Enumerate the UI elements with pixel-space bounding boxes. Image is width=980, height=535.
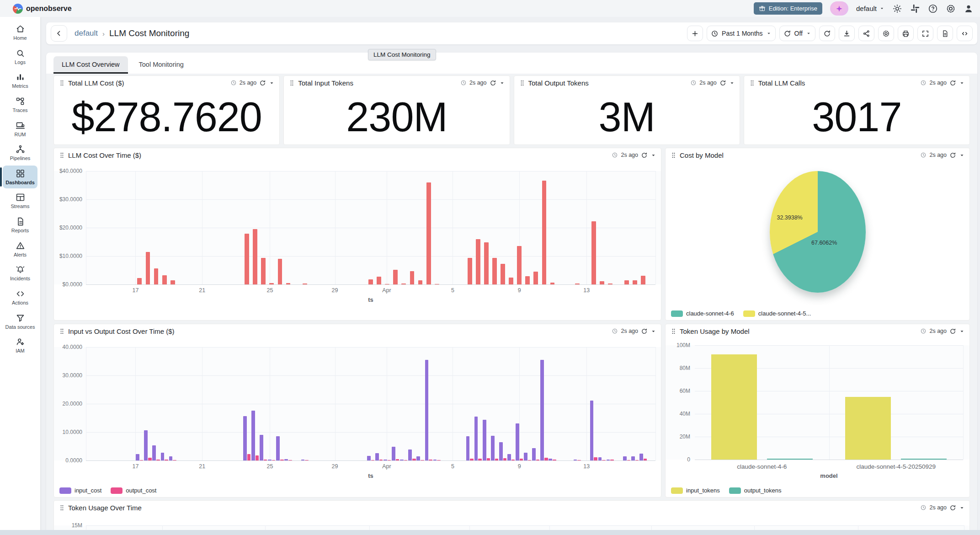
clock-icon	[612, 328, 618, 334]
settings-icon[interactable]	[946, 4, 956, 14]
drag-handle-icon[interactable]	[59, 80, 65, 86]
sidebar-item-reports[interactable]: Reports	[3, 214, 37, 237]
time-range-selector[interactable]: Past 1 Months	[707, 26, 776, 41]
legend-item-input_tokens[interactable]: input_tokens	[671, 487, 720, 494]
sidebar-item-streams[interactable]: Streams	[3, 189, 37, 213]
org-selector[interactable]: default	[856, 5, 884, 12]
panel-refresh-icon[interactable]	[949, 80, 956, 86]
fullscreen-button[interactable]	[917, 26, 933, 41]
sidebar-item-dashboards[interactable]: Dashboards	[3, 166, 37, 189]
panel-refresh-icon[interactable]	[641, 152, 648, 159]
bar-slot	[160, 347, 169, 460]
sidebar-item-label: Traces	[12, 107, 27, 113]
panel-refresh-icon[interactable]	[641, 328, 648, 335]
tab-llm-cost-overview[interactable]: LLM Cost Overview	[53, 56, 128, 74]
bar-output_cost	[644, 459, 647, 460]
horizontal-scrollbar[interactable]	[0, 530, 980, 535]
bar-slot	[391, 171, 399, 284]
theme-toggle-icon[interactable]	[892, 4, 902, 14]
stat-value: 3017	[744, 92, 969, 142]
bar-cost	[501, 264, 505, 284]
panel-menu-caret-icon[interactable]	[729, 80, 735, 86]
gridline	[695, 460, 963, 460]
legend-item-output_cost[interactable]: output_cost	[111, 487, 156, 494]
export-download-button[interactable]	[839, 26, 855, 41]
bar-input_cost	[524, 453, 527, 460]
panel-menu-caret-icon[interactable]	[959, 328, 965, 334]
help-icon[interactable]	[928, 4, 938, 14]
refresh-button[interactable]	[819, 26, 835, 41]
ai-assistant-button[interactable]	[830, 1, 848, 16]
slack-icon[interactable]	[910, 4, 920, 14]
legend-item-input_cost[interactable]: input_cost	[59, 487, 101, 494]
bar-slot	[234, 171, 243, 284]
tab-tool-monitoring[interactable]: Tool Monitoring	[131, 56, 192, 74]
back-button[interactable]	[51, 25, 67, 42]
drag-handle-icon[interactable]	[670, 152, 677, 159]
bar-group	[695, 345, 829, 460]
openobserve-logo[interactable]: openobserve	[13, 4, 72, 14]
legend-item[interactable]: claude-sonnet-4-5...	[743, 310, 811, 317]
drag-handle-icon[interactable]	[519, 80, 526, 86]
drag-handle-icon[interactable]	[749, 80, 756, 86]
panel-refresh-icon[interactable]	[949, 328, 956, 335]
bar-cost	[393, 270, 398, 284]
view-source-button[interactable]	[957, 26, 973, 41]
add-panel-button[interactable]	[687, 26, 703, 41]
print-button[interactable]	[898, 26, 914, 41]
panel-refresh-icon[interactable]	[259, 80, 266, 86]
panel-menu-caret-icon[interactable]	[650, 328, 656, 334]
auto-refresh-selector[interactable]: Off	[779, 26, 815, 41]
drag-handle-icon[interactable]	[59, 504, 65, 511]
bar-cost	[278, 259, 282, 284]
legend-item-output_tokens[interactable]: output_tokens	[729, 487, 782, 494]
panel-menu-caret-icon[interactable]	[959, 505, 965, 511]
bar-input_cost	[466, 436, 470, 460]
sidebar-item-traces[interactable]: Traces	[3, 93, 37, 117]
stat-panel-total-output-tokens: Total Output Tokens2s ago3M	[514, 75, 740, 145]
reports-icon	[16, 217, 25, 226]
panel-refresh-icon[interactable]	[490, 80, 496, 86]
sidebar-item-rum[interactable]: RUM	[3, 118, 37, 141]
panel-menu-caret-icon[interactable]	[269, 80, 275, 86]
sidebar-item-data-sources[interactable]: Data sources	[3, 310, 37, 333]
sidebar-item-iam[interactable]: IAM	[3, 334, 37, 357]
panel-refresh-icon[interactable]	[949, 504, 956, 511]
panel-menu-caret-icon[interactable]	[499, 80, 505, 86]
drag-handle-icon[interactable]	[59, 152, 65, 159]
bar-slot	[466, 347, 474, 460]
bar-slot	[144, 171, 152, 284]
bar-output_cost	[478, 459, 482, 460]
panel-title: Token Usage by Model	[680, 327, 750, 335]
breadcrumb-org-link[interactable]: default	[75, 29, 98, 38]
drag-handle-icon[interactable]	[288, 80, 295, 86]
drag-handle-icon[interactable]	[59, 328, 65, 335]
panel-menu-caret-icon[interactable]	[650, 152, 656, 158]
user-account-icon[interactable]	[964, 4, 974, 14]
export-json-button[interactable]	[937, 26, 953, 41]
bar-slot	[581, 171, 590, 284]
y-axis-tick-label: 40M	[666, 411, 690, 417]
bar-slot	[317, 347, 325, 460]
sidebar-item-metrics[interactable]: Metrics	[3, 69, 37, 92]
legend-item[interactable]: claude-sonnet-4-6	[671, 310, 734, 317]
sidebar-item-logs[interactable]: Logs	[3, 45, 37, 69]
dashboard-settings-button[interactable]	[878, 26, 894, 41]
sidebar-item-pipelines[interactable]: Pipelines	[3, 141, 37, 165]
sidebar-item-actions[interactable]: Actions	[3, 286, 37, 309]
panel-refresh-icon[interactable]	[949, 152, 956, 159]
gift-icon	[759, 5, 766, 12]
panel-menu-caret-icon[interactable]	[959, 152, 965, 158]
bar-slot	[573, 347, 581, 460]
bar-slot	[606, 171, 614, 284]
drag-handle-icon[interactable]	[670, 328, 677, 335]
sidebar-item-alerts[interactable]: Alerts	[3, 238, 37, 261]
panel-refresh-icon[interactable]	[719, 80, 726, 86]
share-button[interactable]	[858, 26, 874, 41]
sidebar-item-incidents[interactable]: Incidents	[3, 262, 37, 285]
panel-menu-caret-icon[interactable]	[959, 80, 965, 86]
bar-input_cost	[276, 436, 280, 460]
rum-icon	[16, 121, 25, 130]
sidebar-item-home[interactable]: Home	[3, 21, 37, 44]
sidebar-item-label: Streams	[11, 203, 30, 209]
